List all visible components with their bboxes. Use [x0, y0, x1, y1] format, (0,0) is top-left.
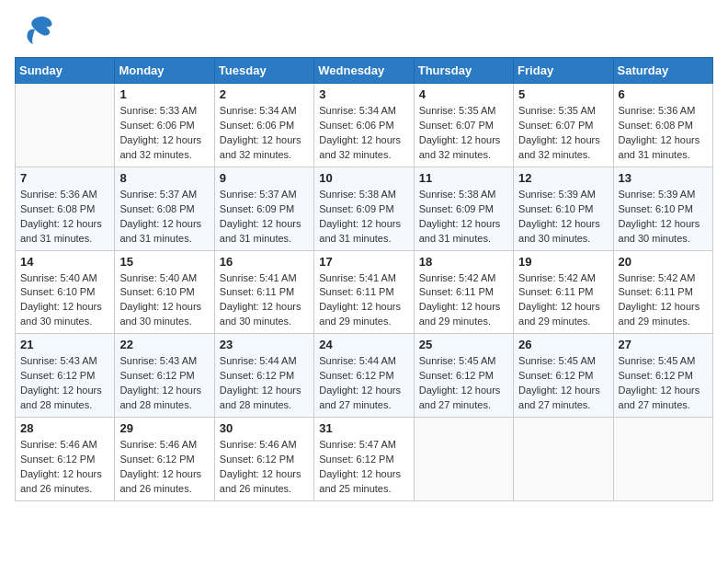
day-info: Sunrise: 5:42 AMSunset: 6:11 PMDaylight:… [619, 271, 708, 330]
week-row-1: 1Sunrise: 5:33 AMSunset: 6:06 PMDaylight… [16, 84, 713, 167]
calendar-cell [414, 418, 513, 501]
day-number: 24 [319, 338, 408, 351]
day-info: Sunrise: 5:46 AMSunset: 6:12 PMDaylight:… [119, 438, 209, 497]
calendar-cell: 10Sunrise: 5:38 AMSunset: 6:09 PMDayligh… [314, 167, 414, 250]
calendar-cell: 1Sunrise: 5:33 AMSunset: 6:06 PMDaylight… [115, 84, 214, 167]
day-number: 3 [319, 87, 408, 101]
day-number: 15 [119, 255, 209, 269]
calendar-cell: 14Sunrise: 5:40 AMSunset: 6:10 PMDayligh… [16, 250, 115, 334]
day-info: Sunrise: 5:42 AMSunset: 6:11 PMDaylight:… [419, 271, 508, 330]
day-number: 13 [619, 171, 708, 185]
calendar-cell: 25Sunrise: 5:45 AMSunset: 6:12 PMDayligh… [414, 334, 513, 418]
calendar-cell: 15Sunrise: 5:40 AMSunset: 6:10 PMDayligh… [115, 250, 214, 334]
calendar-cell: 24Sunrise: 5:44 AMSunset: 6:12 PMDayligh… [314, 334, 414, 418]
week-row-4: 21Sunrise: 5:43 AMSunset: 6:12 PMDayligh… [16, 334, 713, 418]
calendar-cell: 5Sunrise: 5:35 AMSunset: 6:07 PMDaylight… [514, 84, 613, 167]
day-info: Sunrise: 5:40 AMSunset: 6:10 PMDaylight:… [20, 271, 109, 330]
header-thursday: Thursday [414, 58, 513, 84]
day-info: Sunrise: 5:38 AMSunset: 6:09 PMDaylight:… [419, 188, 508, 247]
calendar-cell: 16Sunrise: 5:41 AMSunset: 6:11 PMDayligh… [214, 250, 313, 334]
calendar-cell: 20Sunrise: 5:42 AMSunset: 6:11 PMDayligh… [613, 250, 712, 334]
day-number: 9 [220, 171, 309, 185]
day-number: 11 [419, 171, 508, 185]
day-info: Sunrise: 5:39 AMSunset: 6:10 PMDaylight:… [619, 188, 708, 247]
day-info: Sunrise: 5:40 AMSunset: 6:10 PMDaylight:… [119, 271, 209, 330]
day-info: Sunrise: 5:47 AMSunset: 6:12 PMDaylight:… [319, 438, 408, 497]
day-number: 31 [319, 421, 408, 435]
day-info: Sunrise: 5:35 AMSunset: 6:07 PMDaylight:… [518, 104, 608, 163]
day-number: 5 [518, 87, 608, 101]
calendar-cell: 9Sunrise: 5:37 AMSunset: 6:09 PMDaylight… [214, 167, 313, 250]
day-number: 4 [419, 87, 508, 101]
day-info: Sunrise: 5:43 AMSunset: 6:12 PMDaylight:… [119, 354, 209, 413]
day-number: 12 [518, 171, 608, 185]
day-number: 10 [319, 171, 408, 185]
header-wednesday: Wednesday [314, 58, 414, 84]
day-number: 28 [20, 421, 109, 435]
day-info: Sunrise: 5:34 AMSunset: 6:06 PMDaylight:… [319, 104, 408, 163]
calendar-cell: 6Sunrise: 5:36 AMSunset: 6:08 PMDaylight… [613, 84, 712, 167]
calendar-cell [514, 418, 613, 501]
day-number: 22 [119, 338, 209, 351]
calendar-cell: 29Sunrise: 5:46 AMSunset: 6:12 PMDayligh… [115, 418, 214, 501]
day-number: 20 [619, 255, 708, 269]
day-number: 6 [619, 87, 708, 101]
day-info: Sunrise: 5:45 AMSunset: 6:12 PMDaylight:… [619, 354, 708, 413]
week-row-3: 14Sunrise: 5:40 AMSunset: 6:10 PMDayligh… [16, 250, 713, 334]
calendar-cell: 11Sunrise: 5:38 AMSunset: 6:09 PMDayligh… [414, 167, 513, 250]
day-number: 8 [119, 171, 209, 185]
day-info: Sunrise: 5:43 AMSunset: 6:12 PMDaylight:… [20, 354, 109, 413]
day-info: Sunrise: 5:44 AMSunset: 6:12 PMDaylight:… [220, 354, 309, 413]
day-number: 16 [220, 255, 309, 269]
calendar-cell: 4Sunrise: 5:35 AMSunset: 6:07 PMDaylight… [414, 84, 513, 167]
calendar-cell: 30Sunrise: 5:46 AMSunset: 6:12 PMDayligh… [214, 418, 313, 501]
day-info: Sunrise: 5:45 AMSunset: 6:12 PMDaylight:… [518, 354, 608, 413]
day-number: 7 [20, 171, 109, 185]
day-number: 29 [119, 421, 209, 435]
day-info: Sunrise: 5:42 AMSunset: 6:11 PMDaylight:… [518, 271, 608, 330]
day-info: Sunrise: 5:33 AMSunset: 6:06 PMDaylight:… [119, 104, 209, 163]
day-info: Sunrise: 5:41 AMSunset: 6:11 PMDaylight:… [220, 271, 309, 330]
calendar-table: SundayMondayTuesdayWednesdayThursdayFrid… [15, 57, 713, 501]
calendar-cell: 22Sunrise: 5:43 AMSunset: 6:12 PMDayligh… [115, 334, 214, 418]
day-info: Sunrise: 5:36 AMSunset: 6:08 PMDaylight:… [619, 104, 708, 163]
day-info: Sunrise: 5:37 AMSunset: 6:09 PMDaylight:… [220, 188, 309, 247]
day-number: 17 [319, 255, 408, 269]
calendar-cell: 12Sunrise: 5:39 AMSunset: 6:10 PMDayligh… [514, 167, 613, 250]
calendar-cell: 26Sunrise: 5:45 AMSunset: 6:12 PMDayligh… [514, 334, 613, 418]
header-saturday: Saturday [613, 58, 712, 84]
calendar-cell: 3Sunrise: 5:34 AMSunset: 6:06 PMDaylight… [314, 84, 414, 167]
page-header [15, 15, 713, 48]
calendar-cell: 8Sunrise: 5:37 AMSunset: 6:08 PMDaylight… [115, 167, 214, 250]
day-info: Sunrise: 5:35 AMSunset: 6:07 PMDaylight:… [419, 104, 508, 163]
calendar-cell: 2Sunrise: 5:34 AMSunset: 6:06 PMDaylight… [214, 84, 313, 167]
calendar-cell [16, 84, 115, 167]
day-info: Sunrise: 5:45 AMSunset: 6:12 PMDaylight:… [419, 354, 508, 413]
calendar-cell: 7Sunrise: 5:36 AMSunset: 6:08 PMDaylight… [16, 167, 115, 250]
day-number: 25 [419, 338, 508, 351]
calendar-cell [613, 418, 712, 501]
day-number: 1 [119, 87, 209, 101]
calendar-cell: 17Sunrise: 5:41 AMSunset: 6:11 PMDayligh… [314, 250, 414, 334]
day-number: 2 [220, 87, 309, 101]
day-info: Sunrise: 5:46 AMSunset: 6:12 PMDaylight:… [20, 438, 109, 497]
calendar-cell: 28Sunrise: 5:46 AMSunset: 6:12 PMDayligh… [16, 418, 115, 501]
day-info: Sunrise: 5:44 AMSunset: 6:12 PMDaylight:… [319, 354, 408, 413]
calendar-cell: 27Sunrise: 5:45 AMSunset: 6:12 PMDayligh… [613, 334, 712, 418]
calendar-cell: 18Sunrise: 5:42 AMSunset: 6:11 PMDayligh… [414, 250, 513, 334]
calendar-cell: 31Sunrise: 5:47 AMSunset: 6:12 PMDayligh… [314, 418, 414, 501]
week-row-5: 28Sunrise: 5:46 AMSunset: 6:12 PMDayligh… [16, 418, 713, 501]
calendar-header-row: SundayMondayTuesdayWednesdayThursdayFrid… [16, 58, 713, 84]
header-tuesday: Tuesday [214, 58, 313, 84]
calendar-cell: 13Sunrise: 5:39 AMSunset: 6:10 PMDayligh… [613, 167, 712, 250]
header-monday: Monday [115, 58, 214, 84]
week-row-2: 7Sunrise: 5:36 AMSunset: 6:08 PMDaylight… [16, 167, 713, 250]
logo-icon [15, 15, 55, 48]
day-number: 14 [20, 255, 109, 269]
calendar-cell: 19Sunrise: 5:42 AMSunset: 6:11 PMDayligh… [514, 250, 613, 334]
day-info: Sunrise: 5:46 AMSunset: 6:12 PMDaylight:… [220, 438, 309, 497]
header-friday: Friday [514, 58, 613, 84]
day-info: Sunrise: 5:38 AMSunset: 6:09 PMDaylight:… [319, 188, 408, 247]
header-sunday: Sunday [16, 58, 115, 84]
day-number: 26 [518, 338, 608, 351]
